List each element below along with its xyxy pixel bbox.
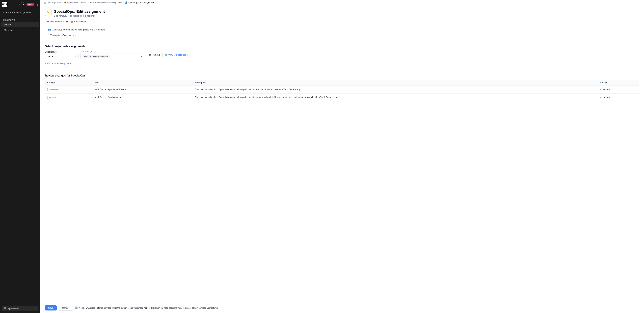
footer-caret-icon: ▾ <box>36 307 36 310</box>
description-cell: This role is a collection of permissions… <box>193 86 597 93</box>
footer-warning: ℹ️ No role was selected for all services… <box>74 307 218 310</box>
save-button[interactable]: Save <box>45 305 57 311</box>
table-row: + AddedVault Secrets App ManagerThis rol… <box>45 93 639 101</box>
service-name: Secrets <box>603 88 610 91</box>
remove-button[interactable]: 🗑 Remove <box>146 52 162 57</box>
role-assignments-within: Role assignments within: 📦 AppBackend <box>45 20 639 23</box>
select-roles-label: Select role(s) <box>80 51 144 53</box>
user-breadcrumb-icon: 👤 <box>125 1 128 4</box>
sidebar-logo: HCP <box>2 2 8 7</box>
breadcrumb-org: 🏢 CoolCorp-Demo <box>44 1 62 4</box>
remove-button-wrapper: 🗑 Remove <box>146 52 162 57</box>
info-box-text: 👥 SpecialOps group has 0 existing roles … <box>48 28 636 31</box>
service-cell: ✦Secrets <box>597 93 639 101</box>
table-row: − RemovedVault Secrets App Secret Reader… <box>45 86 639 93</box>
appbackend-icon: 📦 <box>70 20 73 23</box>
description-header: Description <box>193 80 597 86</box>
select-service-label: Select service <box>45 51 78 53</box>
page-title: SpecialOps: Edit assignment <box>54 9 105 14</box>
service-cell: ✦Secrets <box>597 86 639 93</box>
breadcrumb-current: 👤 SpecialOps: Edit assignment <box>125 1 154 4</box>
breadcrumb-access: Access control: AppBackend role assignme… <box>81 1 122 4</box>
sidebar-footer: 📦 AppBackend ▾ <box>0 304 40 313</box>
breadcrumb: 🏢 CoolCorp-Demo / 📦 AppBackend / Access … <box>40 0 644 5</box>
page-header-icon: ✏️ <box>45 9 52 16</box>
main-content: 🏢 CoolCorp-Demo / 📦 AppBackend / Access … <box>40 0 644 313</box>
view-role-def-wrapper: ℹ️ View role definitions <box>164 54 188 56</box>
org-icon: 🏢 <box>44 1 46 4</box>
group-icon: 👥 <box>48 28 51 31</box>
change-cell: − Removed <box>45 86 92 93</box>
view-role-definitions-link[interactable]: ℹ️ View role definitions <box>164 54 188 56</box>
service-header: Service <box>597 80 639 86</box>
sidebar-header: HCP ? ▾ TP ▾ ◁ <box>0 0 40 9</box>
service-icon: ✦ <box>600 96 602 99</box>
sidebar: HCP ? ▾ TP ▾ ◁ ← Back to Role assignment… <box>0 0 40 313</box>
role-header: Role <box>92 80 193 86</box>
back-to-role-assignments[interactable]: ← Back to Role assignments <box>0 9 40 16</box>
select-roles-group: Select role(s) Vault Secrets App Manager… <box>80 51 144 59</box>
avatar-initials: TP <box>28 3 31 6</box>
select-roles-dropdown[interactable]: Vault Secrets App Manager ▾ <box>80 54 144 59</box>
page-subtitle: Edit, remove, or add roles for this assi… <box>54 14 105 17</box>
sidebar-section-label: SpecialOps <box>0 16 40 22</box>
cancel-button[interactable]: Cancel <box>59 305 72 311</box>
info-box: 👥 SpecialOps group has 0 existing roles … <box>45 26 639 40</box>
review-title: Review changes for SpecialOps <box>45 74 639 77</box>
role-within-value: 📦 AppBackend <box>70 20 86 23</box>
change-badge: + Added <box>47 96 57 99</box>
collapse-button[interactable]: ◁ <box>35 2 38 7</box>
review-table-header: Change Role Description Service <box>45 80 639 86</box>
sidebar-item-members[interactable]: Members <box>1 28 39 33</box>
section-divider <box>40 70 644 70</box>
help-caret: ▾ <box>23 3 24 6</box>
footer-bar: Save Cancel ℹ️ No role was selected for … <box>40 303 644 313</box>
service-icon: ✦ <box>600 88 602 91</box>
select-project-section-title: Select project role assignments <box>45 45 639 48</box>
plus-icon: + <box>45 62 46 65</box>
breadcrumb-sep-2: / <box>80 1 80 4</box>
content-area: ✏️ SpecialOps: Edit assignment Edit, rem… <box>40 5 644 303</box>
change-header: Change <box>45 80 92 86</box>
breadcrumb-sep-1: / <box>62 1 63 4</box>
trash-icon: 🗑 <box>149 54 151 56</box>
service-caret-icon: ▾ <box>75 55 76 57</box>
service-name: Secrets <box>603 96 610 99</box>
page-header: ✏️ SpecialOps: Edit assignment Edit, rem… <box>45 9 639 17</box>
warning-icon: ℹ️ <box>74 307 78 310</box>
role-cell: Vault Secrets App Manager <box>92 93 193 101</box>
description-cell: This role is a collection of permissions… <box>193 93 597 101</box>
selected-role-tag: Vault Secrets App Manager <box>83 55 110 58</box>
view-assignee-members-button[interactable]: View assignee's members → <box>48 33 78 37</box>
page-header-text: SpecialOps: Edit assignment Edit, remove… <box>54 9 105 17</box>
avatar-caret: ▾ <box>31 3 32 6</box>
add-another-assignment-button[interactable]: + Add another assignment <box>45 62 71 65</box>
help-button[interactable]: ? ▾ <box>20 2 26 6</box>
sidebar-header-icons: ? ▾ TP ▾ ◁ <box>20 2 38 7</box>
breadcrumb-app: 📦 AppBackend <box>64 1 78 4</box>
breadcrumb-sep-3: / <box>124 1 124 4</box>
review-table-body: − RemovedVault Secrets App Secret Reader… <box>45 86 639 101</box>
review-table: Change Role Description Service − Remove… <box>45 80 639 101</box>
help-icon: ? <box>21 3 22 6</box>
sidebar-item-details[interactable]: Details <box>1 22 39 27</box>
back-arrow-icon: ← <box>3 11 5 14</box>
sidebar-footer-app-button[interactable]: 📦 AppBackend ▾ <box>2 306 38 311</box>
avatar-button[interactable]: TP ▾ <box>26 3 34 6</box>
app-breadcrumb-icon: 📦 <box>64 1 66 4</box>
select-service-dropdown[interactable]: Secrets ▾ <box>45 54 78 59</box>
change-badge: − Removed <box>47 88 60 91</box>
select-service-group: Select service Secrets ▾ <box>45 51 78 59</box>
app-icon: 📦 <box>4 307 6 310</box>
change-cell: + Added <box>45 93 92 101</box>
edit-assignment-icon: ✏️ <box>46 11 50 14</box>
roles-caret-icon: ▾ <box>141 55 142 57</box>
assignment-form-row: Select service Secrets ▾ Select role(s) … <box>45 51 639 59</box>
info-circle-icon: ℹ️ <box>164 54 167 56</box>
role-cell: Vault Secrets App Secret Reader <box>92 86 193 93</box>
